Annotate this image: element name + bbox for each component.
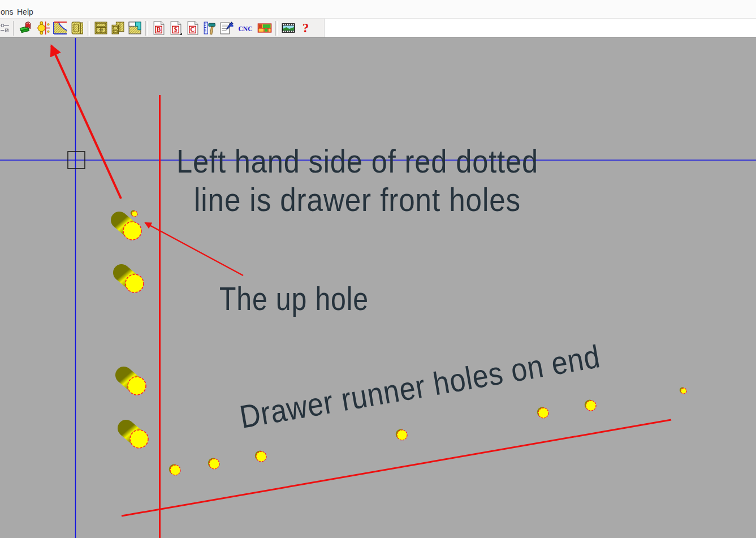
door-glyph [70,21,84,35]
small-drill-hole[interactable] [209,459,219,469]
note-drawer-front-line1: Left hand side of red dotted [176,143,538,179]
cabinet-parts-icon[interactable] [110,20,126,36]
cabinet-parts-glyph [111,21,125,35]
drill-hole-face[interactable] [130,430,148,448]
svg-text:CNC: CNC [239,25,253,32]
toolbar: B $ C [0,19,756,38]
toolbar-separator [13,21,15,36]
help-glyph: ? [299,21,313,35]
menu-bar: ons Help [0,0,756,19]
small-drill-hole[interactable] [170,465,180,475]
note-runner-holes: Drawer runner holes on end [237,338,603,435]
materials-glyph [19,21,33,35]
note-drawer-front-line2: line is drawer front holes [194,182,521,218]
cnc-icon[interactable]: CNC [235,20,256,36]
note-up-hole: The up hole [219,281,369,317]
drill-hole-face[interactable] [123,222,141,240]
panel-layout-icon[interactable] [257,20,273,36]
filmstrip-icon[interactable] [280,20,296,36]
guide-lines [0,38,756,538]
small-drill-hole[interactable] [397,430,407,440]
document-dollar-glyph: $ [169,21,183,35]
help-icon[interactable]: ? [297,20,313,36]
toolbar-icon-strip: B $ C [0,19,325,37]
drawing-canvas[interactable]: Left hand side of red dotted line is dra… [0,38,756,538]
menu-item-options-partial[interactable]: ons [1,7,14,16]
toolbar-pointer-arrow [51,46,121,199]
document-c-glyph: C [185,21,200,35]
filmstrip-glyph [281,21,296,35]
moulding-profile-glyph [53,21,67,35]
small-drill-hole[interactable] [538,408,548,418]
cabinet-icon[interactable] [93,20,109,36]
small-drill-hole[interactable] [256,451,266,462]
drilling-glyph [36,21,50,35]
floorplan-glyph [128,21,142,35]
svg-text:$: $ [174,26,177,33]
component-options-glyph [1,21,10,35]
measuring-tools-glyph [202,21,217,35]
menu-item-help[interactable]: Help [17,7,33,16]
document-c-icon[interactable]: C [184,20,200,36]
materials-icon[interactable] [18,20,34,36]
svg-text:?: ? [302,21,308,35]
document-dollar-icon[interactable]: $ [167,20,183,36]
floorplan-icon[interactable] [127,20,142,36]
document-b-glyph: B [152,21,166,35]
door-icon[interactable] [69,20,85,36]
component-options-icon[interactable] [1,20,10,36]
cabinet-glyph [94,21,108,35]
small-drill-hole[interactable] [132,211,137,217]
toolbar-separator [145,21,148,36]
small-drill-hole[interactable] [586,401,596,411]
drill-holes [119,210,686,475]
svg-text:C: C [190,26,195,33]
drilling-icon[interactable] [35,20,51,36]
small-drill-hole[interactable] [681,388,686,394]
panel-layout-glyph [257,21,272,35]
cad-drawing[interactable]: Left hand side of red dotted line is dra… [0,38,756,538]
edit-document-glyph [219,21,234,35]
toolbar-separator [275,21,278,36]
svg-text:B: B [156,26,161,33]
edit-document-icon[interactable] [218,20,234,36]
cnc-glyph: CNC [236,21,255,35]
measuring-tools-icon[interactable] [201,20,217,36]
drill-hole-face[interactable] [126,274,144,292]
drill-hole-face[interactable] [128,377,146,395]
toolbar-separator [88,21,90,36]
document-b-icon[interactable]: B [150,20,166,36]
moulding-profile-icon[interactable] [52,20,68,36]
